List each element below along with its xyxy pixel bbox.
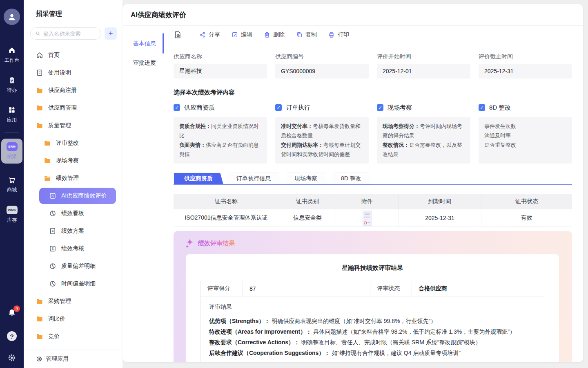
toolbar: 分享 编辑 删除 复制 打印 bbox=[163, 26, 583, 44]
sidebar-item-performance-plan[interactable]: 绩效方案 bbox=[24, 222, 122, 240]
rail-item-todo[interactable]: 待办 bbox=[7, 76, 17, 94]
sidebar-item-guide[interactable]: 使用说明 bbox=[24, 64, 122, 81]
copy-button[interactable]: 复制 bbox=[296, 31, 317, 38]
delete-button[interactable]: 删除 bbox=[264, 31, 285, 38]
certificate-thumbnail bbox=[363, 211, 372, 226]
help-button[interactable]: ? bbox=[7, 331, 17, 341]
sidebar-item-performance-board[interactable]: 绩效看板 bbox=[24, 204, 122, 222]
main-panel: AI供应商绩效评价 基本信息 审批进度 分享 编辑 bbox=[122, 4, 583, 362]
share-button[interactable]: 分享 bbox=[199, 31, 220, 38]
supplier-code-field[interactable]: GYS0000009 bbox=[275, 64, 369, 79]
folder-icon bbox=[36, 333, 43, 340]
printer-icon bbox=[328, 31, 335, 38]
sidebar-item-quality-mgmt[interactable]: 质量管理 bbox=[24, 117, 122, 134]
notification-count-badge: 9 bbox=[13, 305, 20, 312]
criteria-card-order-execution: ✓ 订单执行 准时交付率：考核每单发货数量和质检合格数量 交付周期达标率：考核每… bbox=[275, 103, 369, 164]
sidebar-item-performance-assessment[interactable]: S 绩效考核 bbox=[24, 240, 122, 257]
tab-site-visit[interactable]: 现场考察 bbox=[284, 173, 328, 184]
performance-result-section: 绩效评审结果 星瀚科技绩效评审结果 评审得分 87 评审状态 合格供应商 评审结… bbox=[174, 231, 572, 362]
cart-icon bbox=[8, 176, 16, 184]
rail-item-mall[interactable]: 商城 bbox=[7, 176, 17, 193]
rail-item-procurement-active[interactable]: SRM 招采 bbox=[1, 139, 22, 164]
sidebar: 招采管理 + 首页 使用说明 供应商注册 供应商管理 质量管理 bbox=[24, 0, 122, 368]
field-label: 评价截止时间 bbox=[479, 53, 572, 61]
cert-name: ISO27001信息安全管理体系认证 bbox=[174, 209, 279, 227]
sidebar-item-ai-supplier-performance[interactable]: S AI供应商绩效评价 bbox=[39, 188, 116, 204]
edit-icon bbox=[232, 31, 238, 38]
avatar[interactable] bbox=[4, 9, 20, 25]
criteria-card-8d: ✓ 8D 整改 事件发生次数 沟通及时率 是否重复整改 bbox=[479, 103, 572, 164]
folder-icon bbox=[36, 104, 43, 112]
srm-badge: SRM bbox=[7, 142, 18, 151]
sidebar-item-rfq[interactable]: 询比价 bbox=[24, 310, 122, 328]
status-value: 合格供应商 bbox=[412, 281, 544, 296]
folder-icon bbox=[36, 87, 43, 94]
sidebar-item-site-visit[interactable]: 现场考察 bbox=[24, 152, 122, 169]
cert-category: 信息安全类 bbox=[279, 209, 336, 227]
pie-chart-icon bbox=[49, 280, 56, 287]
add-button[interactable]: + bbox=[105, 27, 117, 40]
rail-bottom: 9 ? bbox=[7, 308, 17, 368]
settings-icon[interactable] bbox=[7, 353, 16, 362]
tab-order-execution-info[interactable]: 订单执行信息 bbox=[226, 173, 281, 184]
print-button[interactable]: 打印 bbox=[328, 31, 349, 38]
search-box[interactable] bbox=[30, 27, 101, 40]
home-icon bbox=[36, 52, 43, 59]
eval-end-date-field[interactable]: 2025-12-31 bbox=[479, 64, 572, 79]
rail-item-inventory[interactable]: WMS 库存 bbox=[7, 206, 18, 224]
result-card: 星瀚科技绩效评审结果 评审得分 87 评审状态 合格供应商 评审结果 优势项（S… bbox=[186, 254, 559, 362]
folder-icon bbox=[36, 298, 43, 305]
edit-button[interactable]: 编辑 bbox=[232, 31, 252, 38]
cert-status: 有效 bbox=[481, 209, 572, 227]
sidebar-item-purchase-mgmt[interactable]: 采购管理 bbox=[24, 292, 122, 310]
certificate-table: 证书名称 证书类别 附件 到期时间 证书状态 ISO27001信息安全管理体系认… bbox=[174, 194, 572, 227]
manage-apps-button[interactable]: 管理应用 bbox=[24, 350, 122, 368]
pie-chart-icon bbox=[49, 210, 56, 217]
table-row: ISO27001信息安全管理体系认证 信息安全类 bbox=[174, 209, 572, 227]
sidebar-item-bidding[interactable]: 竞价 bbox=[24, 328, 122, 345]
checkbox-checked[interactable]: ✓ bbox=[377, 104, 383, 111]
s-doc-icon: S bbox=[49, 245, 56, 252]
tab-8d-rectification[interactable]: 8D 整改 bbox=[330, 173, 372, 184]
checkbox-checked[interactable]: ✓ bbox=[275, 104, 282, 111]
eval-start-date-field[interactable]: 2025-12-01 bbox=[377, 64, 470, 79]
tab-basic-info[interactable]: 基本信息 bbox=[122, 34, 163, 53]
notifications-button[interactable]: 9 bbox=[7, 308, 16, 319]
content-area: 供应商名称 星瀚科技 供应商编号 GYS0000009 评价开始时间 2025-… bbox=[163, 44, 583, 362]
sidebar-item-performance-mgmt[interactable]: 绩效管理 bbox=[24, 169, 122, 187]
sidebar-item-supplier-mgmt[interactable]: 供应商管理 bbox=[24, 99, 122, 117]
sidebar-item-time-deviation[interactable]: 时间偏差明细 bbox=[24, 275, 122, 292]
sidebar-item-quality-deviation[interactable]: 质量偏差明细 bbox=[24, 257, 122, 275]
sidebar-item-review-rectify[interactable]: 评审整改 bbox=[24, 134, 122, 152]
wms-badge: WMS bbox=[7, 206, 18, 214]
result-card-title: 星瀚科技绩效评审结果 bbox=[200, 264, 544, 272]
rail-item-apps[interactable]: 应用 bbox=[7, 106, 17, 123]
preview-button[interactable] bbox=[174, 31, 182, 39]
checkbox-checked[interactable]: ✓ bbox=[174, 104, 180, 111]
result-line: 后续合作建议（Cooperation Suggestions）： 如“维持现有合… bbox=[209, 348, 536, 358]
sidebar-item-home[interactable]: 首页 bbox=[24, 46, 122, 64]
tab-supplier-qualification[interactable]: 供应商资质 bbox=[174, 173, 223, 184]
search-input[interactable] bbox=[43, 31, 96, 37]
page-title: AI供应商绩效评价 bbox=[131, 10, 186, 20]
document-icon bbox=[36, 69, 43, 76]
basic-info-form: 供应商名称 星瀚科技 供应商编号 GYS0000009 评价开始时间 2025-… bbox=[174, 53, 572, 79]
tab-underline bbox=[174, 184, 572, 185]
cert-expiry: 2025-12-31 bbox=[399, 209, 481, 227]
cert-attachment[interactable] bbox=[336, 209, 399, 227]
criteria-section-title: 选择本次绩效考评内容 bbox=[174, 89, 572, 96]
tab-approval-progress[interactable]: 审批进度 bbox=[122, 53, 163, 72]
content-tabs: 供应商资质 订单执行信息 现场考察 8D 整改 bbox=[174, 173, 572, 184]
rail-item-workbench[interactable]: 工作台 bbox=[4, 46, 19, 64]
s-doc-icon: S bbox=[49, 192, 56, 200]
supplier-name-field[interactable]: 星瀚科技 bbox=[174, 64, 267, 79]
col-status: 证书状态 bbox=[481, 194, 572, 209]
pie-chart-icon bbox=[49, 263, 56, 270]
sidebar-menu: 首页 使用说明 供应商注册 供应商管理 质量管理 评审整改 现场考察 绩效管理 bbox=[24, 46, 122, 345]
sidebar-item-supplier-register[interactable]: 供应商注册 bbox=[24, 81, 122, 99]
col-cert-category: 证书类别 bbox=[279, 194, 336, 209]
field-label: 评价开始时间 bbox=[377, 53, 470, 61]
checkbox-checked[interactable]: ✓ bbox=[479, 104, 485, 111]
col-attachment: 附件 bbox=[336, 194, 399, 209]
vertical-tabs: 基本信息 审批进度 bbox=[122, 26, 163, 362]
